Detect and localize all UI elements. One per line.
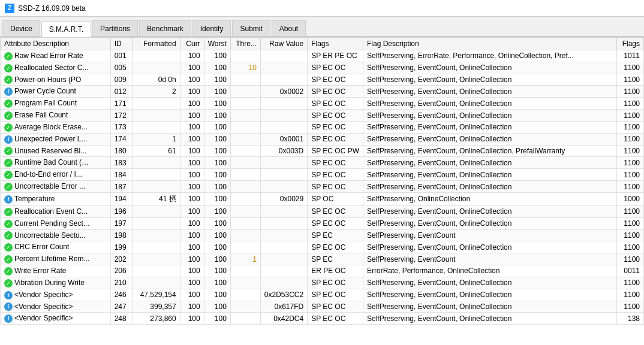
attr-name: <Vendor Specific> — [14, 290, 73, 299]
cell-raw: 0x0001 — [260, 133, 307, 145]
cell-flags: SP EC OC — [308, 313, 363, 325]
cell-worst: 100 — [204, 145, 230, 157]
tab-s-m-a-r-t-[interactable]: S.M.A.R.T. — [41, 22, 91, 37]
cell-curr: 100 — [180, 301, 204, 313]
tab-device[interactable]: Device — [2, 20, 40, 36]
cell-flags: SP EC — [308, 253, 363, 265]
cell-id: 009 — [110, 74, 132, 86]
cell-raw: 0x0029 — [260, 192, 307, 205]
table-row: Write Error Rate206100100ER PE OCErrorRa… — [1, 265, 644, 277]
cell-worst: 100 — [204, 133, 230, 145]
cell-formatted: 273,860 — [132, 313, 180, 325]
attr-name: Temperature — [14, 195, 55, 203]
cell-thre — [230, 86, 260, 98]
cell-thre — [230, 217, 260, 229]
cell-worst: 100 — [204, 253, 230, 265]
cell-raw — [260, 181, 307, 193]
cell-flag-desc: SelfPreserving, EventCount, OnlineCollec… — [363, 205, 616, 217]
cell-formatted: 47,529,154 — [132, 289, 180, 301]
cell-flags-num: 1100 — [617, 205, 644, 217]
cell-formatted — [132, 277, 180, 289]
cell-raw — [260, 74, 307, 86]
cell-formatted: 399,357 — [132, 301, 180, 313]
cell-formatted — [132, 265, 180, 277]
cell-attr: Unused Reserved Bl... — [1, 145, 111, 157]
tab-submit[interactable]: Submit — [232, 20, 270, 36]
tab-about[interactable]: About — [272, 20, 306, 36]
cell-flag-desc: SelfPreserving, EventCount, OnlineCollec… — [363, 241, 616, 253]
cell-flags: SP EC OC — [308, 181, 363, 193]
cell-raw — [260, 157, 307, 169]
cell-thre — [230, 169, 260, 181]
cell-id: 187 — [110, 181, 132, 193]
attr-name: Unexpected Power L... — [14, 135, 87, 143]
cell-worst: 100 — [204, 217, 230, 229]
cell-raw — [260, 229, 307, 241]
cell-formatted — [132, 50, 180, 62]
table-row: Runtime Bad Count (…183100100SP EC OCSel… — [1, 157, 644, 169]
cell-id: 199 — [110, 241, 132, 253]
col-header-flagsnum: Flags — [617, 38, 644, 50]
cell-attr: End-to-End error / I... — [1, 169, 111, 181]
cell-flag-desc: SelfPreserving, ErrorRate, Performance, … — [363, 50, 616, 62]
cell-worst: 100 — [204, 157, 230, 169]
attr-name: Reallocated Sector C... — [14, 63, 88, 72]
cell-formatted: 0d 0h — [132, 74, 180, 86]
status-info-icon — [4, 302, 13, 311]
table-row: Temperature19441 摂1001000x0029SP OCSelfP… — [1, 192, 644, 205]
cell-flags: SP EC OC — [308, 133, 363, 145]
tab-identify[interactable]: Identify — [192, 20, 231, 36]
cell-worst: 100 — [204, 289, 230, 301]
cell-flags-num: 0011 — [617, 265, 644, 277]
status-green-icon — [4, 64, 13, 72]
cell-curr: 100 — [180, 277, 204, 289]
cell-thre — [230, 145, 260, 157]
cell-curr: 100 — [180, 169, 204, 181]
cell-attr: Write Error Rate — [1, 265, 111, 277]
cell-flag-desc: SelfPreserving, EventCount, OnlineCollec… — [363, 169, 616, 181]
cell-curr: 100 — [180, 205, 204, 217]
cell-flags-num: 1100 — [617, 301, 644, 313]
cell-flag-desc: SelfPreserving, EventCount, OnlineCollec… — [363, 145, 616, 157]
cell-thre — [230, 289, 260, 301]
cell-flags: SP EC OC — [308, 110, 363, 122]
cell-id: 001 — [110, 50, 132, 62]
cell-flags-num: 1100 — [617, 62, 644, 74]
status-info-icon — [4, 291, 13, 299]
cell-attr: Power-on Hours (PO — [1, 74, 111, 86]
cell-thre: 10 — [230, 62, 260, 74]
app-icon: Z — [5, 4, 14, 13]
cell-flags-num: 1100 — [617, 133, 644, 145]
table-row: Erase Fail Count172100100SP EC OCSelfPre… — [1, 110, 644, 122]
status-green-icon — [4, 243, 13, 252]
cell-thre — [230, 301, 260, 313]
cell-flag-desc: ErrorRate, Performance, OnlineCollection — [363, 265, 616, 277]
cell-curr: 100 — [180, 241, 204, 253]
app-title: SSD-Z 16.09.09 beta — [18, 4, 86, 13]
cell-thre — [230, 157, 260, 169]
attr-name: Vibration During Write — [14, 279, 85, 287]
cell-attr: Average Block Erase... — [1, 121, 111, 133]
cell-thre — [230, 98, 260, 110]
cell-curr: 100 — [180, 98, 204, 110]
cell-flag-desc: SelfPreserving, EventCount, OnlineCollec… — [363, 313, 616, 325]
tab-benchmark[interactable]: Benchmark — [139, 20, 191, 36]
cell-curr: 100 — [180, 145, 204, 157]
cell-thre — [230, 133, 260, 145]
col-header-formatted: Formatted — [132, 38, 180, 50]
cell-curr: 100 — [180, 217, 204, 229]
cell-id: 012 — [110, 86, 132, 98]
cell-formatted — [132, 205, 180, 217]
cell-id: 174 — [110, 133, 132, 145]
cell-id: 196 — [110, 205, 132, 217]
table-row: <Vendor Specific>248273,8601001000x42DC4… — [1, 313, 644, 325]
status-green-icon — [4, 99, 13, 108]
tab-partitions[interactable]: Partitions — [92, 20, 138, 36]
table-row: Uncorrectable Secto...198100100SP ECSelf… — [1, 229, 644, 241]
cell-thre — [230, 74, 260, 86]
cell-worst: 100 — [204, 241, 230, 253]
cell-id: 173 — [110, 121, 132, 133]
attr-name: End-to-End error / I... — [14, 170, 82, 178]
cell-flag-desc: SelfPreserving, EventCount, OnlineCollec… — [363, 181, 616, 193]
attr-name: Current Pending Sect... — [14, 219, 89, 228]
